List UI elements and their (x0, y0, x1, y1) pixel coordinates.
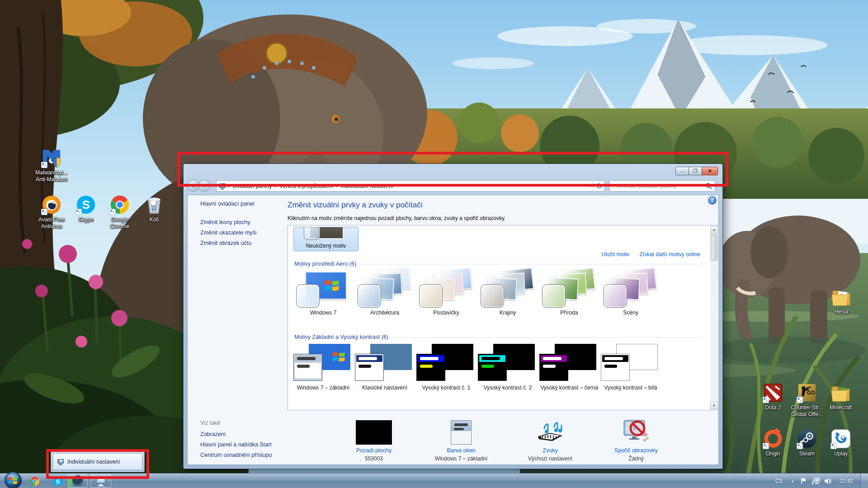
get-more-themes-link[interactable]: Získat další motivy online (639, 251, 700, 258)
sidebar-item-control-panel-home[interactable]: Hlavní ovládací panel (200, 201, 255, 207)
component-value: Windows 7 – základní (416, 455, 506, 462)
theme-item-aero[interactable]: Architektura (354, 269, 415, 316)
scrollbar[interactable]: ▲ ▼ (710, 226, 718, 409)
save-theme-link[interactable]: Uložit motiv (601, 251, 629, 258)
theme-label: Klasické nastavení (354, 385, 415, 391)
theme-item-basic[interactable]: Vysoký kontrast – černá (538, 342, 600, 391)
theme-label: Příroda (538, 310, 600, 316)
action-center-flag-icon[interactable] (798, 474, 809, 488)
scroll-down-button[interactable]: ▼ (710, 402, 718, 409)
sounds-icon (505, 416, 595, 445)
tray-show-hidden-icons[interactable]: ▲ (788, 474, 797, 488)
aero-glass-icon (419, 284, 443, 308)
component-label[interactable]: Barva oken (416, 447, 506, 454)
tray-language-indicator[interactable]: CS (771, 474, 787, 488)
window-color-icon (416, 416, 506, 445)
theme-label: Scény (600, 310, 661, 316)
desktop-icon-hesla[interactable]: Hesla (822, 286, 861, 315)
mockup-body (479, 363, 505, 378)
taskbar-chrome-icon[interactable] (30, 476, 40, 486)
mockup-title-text (420, 357, 439, 360)
sidebar-item-display[interactable]: Zobrazení (200, 431, 226, 437)
start-button[interactable] (4, 471, 22, 488)
theme-item-aero[interactable]: Scény (600, 269, 661, 316)
aero-glass-icon (296, 284, 320, 308)
theme-component-sounds[interactable]: ZvukyVýchozí nastavení (505, 416, 595, 462)
shortcut-arrow-icon (830, 443, 837, 449)
desktop-icon-avast[interactable]: Avast FreeAntivirus (32, 194, 71, 230)
hesla-icon (831, 286, 852, 307)
theme-item-basic[interactable]: Windows 7 – základní (292, 342, 354, 391)
page-subtitle: Kliknutím na motiv změníte najednou poza… (288, 215, 505, 221)
help-icon[interactable]: ? (708, 197, 716, 204)
mockup-body (541, 363, 567, 378)
theme-item-aero[interactable]: Windows 7 (292, 269, 354, 316)
basic-section-header: Motivy Základní a Vysoký kontrast (6) (294, 334, 703, 340)
wallpaper-icon (329, 416, 419, 445)
theme-item-aero[interactable]: Příroda (538, 269, 600, 316)
desktop-icon-origin[interactable]: Origin (754, 428, 793, 457)
component-label[interactable]: Pozadí plochy (329, 447, 419, 454)
mockup-body-text (297, 365, 310, 368)
sidebar-item-account-picture[interactable]: Změnit obrázek účtu (200, 240, 251, 246)
theme-item-aero[interactable]: Postavičky (415, 269, 477, 316)
desktop-icon-label: Minecraft (821, 404, 860, 411)
desktop-icon-minecraft[interactable]: Minecraft (821, 382, 860, 411)
tray-clock[interactable]: 22:41 (835, 474, 858, 488)
theme-thumbnail (477, 269, 538, 309)
theme-thumbnail (477, 342, 538, 384)
scroll-up-button[interactable]: ▲ (710, 226, 718, 234)
mockup-title-text (481, 357, 500, 360)
desktop-icon-skype[interactable]: SSkype (66, 194, 105, 223)
kos-icon (144, 194, 165, 215)
theme-component-wallpaper[interactable]: Pozadí plochy553003 (329, 416, 419, 462)
component-label[interactable]: Zvuky (505, 447, 595, 454)
theme-thumbnail (354, 342, 415, 384)
volume-icon[interactable] (822, 474, 834, 488)
component-label[interactable]: Spořič obrazovky (591, 447, 681, 454)
theme-item-aero[interactable]: Krajiny (477, 269, 538, 316)
sidebar-item-mouse-pointers[interactable]: Změnit ukazatele myši (200, 230, 256, 236)
avast-icon (41, 194, 62, 215)
theme-thumbnail (292, 269, 354, 309)
desktop-icon-kos[interactable]: Koš (135, 194, 174, 223)
unsaved-theme-item[interactable]: Neuložený motiv (293, 227, 359, 251)
desktop-icon-uplay[interactable]: Uplay (821, 428, 860, 457)
network-icon[interactable] (810, 474, 822, 488)
component-value: 553003 (329, 455, 419, 462)
themes-listbox: Neuložený motiv Uložit motiv Získat dalš… (288, 225, 719, 410)
desktop-icon-dota2[interactable]: Dota 2 (754, 382, 793, 411)
desktop-icon-csgo[interactable]: GOCounter-Str...Global Offe... (788, 382, 826, 418)
shortcut-arrow-icon (763, 443, 769, 449)
mockup-titlebar (295, 355, 321, 362)
theme-item-basic[interactable]: Vysoký kontrast č. 2 (477, 342, 538, 391)
shortcut-arrow-icon (797, 443, 803, 449)
desktop-icon-chrome[interactable]: GoogleChrome (100, 194, 139, 230)
sidebar-item-taskbar-start-menu[interactable]: Hlavní panel a nabídka Start (200, 441, 272, 448)
mockup-body-text (481, 365, 494, 368)
theme-item-basic[interactable]: Vysoký kontrast – bílá (600, 342, 661, 391)
desktop-icon-label: Dota 2 (754, 404, 793, 411)
mockup-body (356, 363, 382, 378)
mockup-titlebar (356, 355, 382, 362)
desktop-icon-label: Uplay (821, 450, 860, 457)
scrollbar-thumb[interactable] (711, 235, 717, 261)
shortcut-arrow-icon (109, 209, 116, 215)
desktop-icon-malwarebytes[interactable]: Malwarebyt...Anti-Malware (32, 147, 71, 183)
page-title: Změnit vizuální prvky a zvuky v počítači (288, 201, 423, 210)
theme-item-basic[interactable]: Klasické nastavení (354, 342, 415, 391)
sidebar-item-ease-of-access[interactable]: Centrum usnadnění přístupu (200, 452, 272, 458)
theme-component-screensaver[interactable]: Spořič obrazovkyŽádný (591, 416, 681, 462)
mockup-title-text (604, 357, 623, 360)
theme-item-basic[interactable]: Vysoký kontrast č. 1 (415, 342, 477, 391)
window-body: Hlavní ovládací panel Změnit ikony ploch… (187, 195, 719, 465)
desktop-icon-steam[interactable]: Steam (788, 428, 826, 457)
show-desktop-button[interactable] (861, 474, 868, 488)
unsaved-theme-label: Neuložený motiv (294, 243, 358, 249)
theme-label: Postavičky (415, 310, 477, 316)
mockup-titlebar (418, 355, 444, 362)
theme-component-window-color[interactable]: Barva okenWindows 7 – základní (416, 416, 506, 462)
shortcut-arrow-icon (41, 162, 47, 168)
sidebar-item-desktop-icons[interactable]: Změnit ikony plochy (200, 219, 250, 225)
aero-glass-icon (542, 284, 566, 308)
